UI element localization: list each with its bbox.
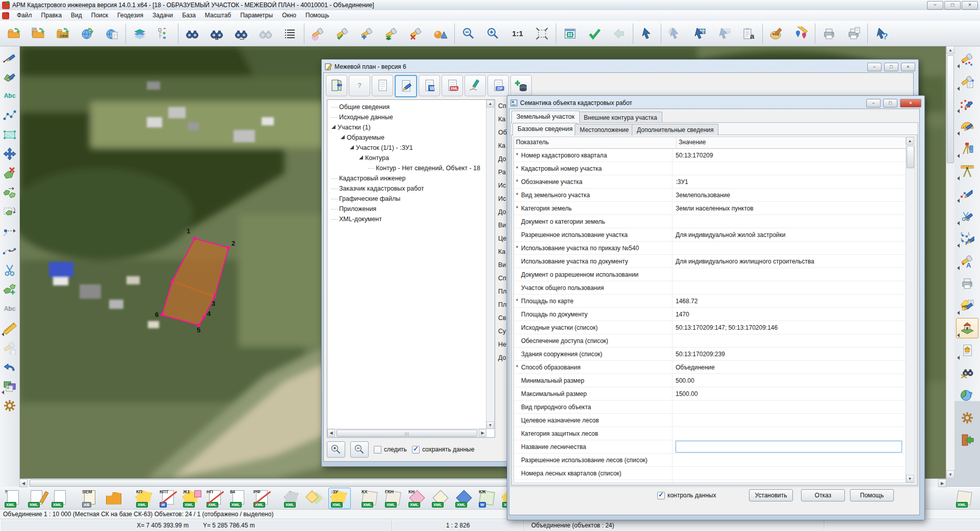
tree-item[interactable]: Приложения (328, 204, 485, 214)
semantics-row[interactable]: Разрешенное использование участкаДля инд… (514, 228, 906, 242)
measure-route-button[interactable] (789, 22, 813, 45)
statistics-help-button[interactable]: ? (956, 385, 978, 406)
rotate-object-button[interactable] (1, 203, 19, 221)
cut-object-button[interactable] (1, 261, 19, 279)
menu-item-База[interactable]: База (177, 10, 200, 21)
semantics-row[interactable]: Исходные участки (список)50:13:170209:14… (514, 321, 906, 334)
polygon-export-button[interactable]: XML (281, 488, 304, 509)
export-zip-button[interactable]: ZIP (487, 75, 509, 96)
gkn-export-button[interactable]: ГКНXML (382, 488, 405, 509)
edit-document-button[interactable] (395, 75, 417, 97)
style-palette-button[interactable] (764, 22, 789, 45)
highlight-copy-button[interactable] (1, 338, 19, 357)
semantics-row[interactable]: Обеспечение доступа (список) (514, 334, 906, 348)
scroll-up-arrow[interactable]: ▲ (946, 46, 955, 54)
import-house-folder-button[interactable] (103, 488, 125, 509)
row-value[interactable]: Землепользование (672, 189, 906, 201)
semantics-row[interactable]: Участок общего пользования (514, 281, 906, 295)
subtab-additional-info[interactable]: Дополнительные сведения (632, 124, 718, 136)
menu-item-Помощь[interactable]: Помощь (301, 10, 333, 21)
select-in-table-button[interactable] (687, 22, 712, 45)
highlight-contour-button[interactable] (306, 22, 330, 45)
tree-item[interactable]: Исходные данные (328, 112, 485, 122)
select-cursor-button[interactable] (635, 22, 659, 45)
move-object-button[interactable] (1, 145, 19, 163)
survey-station-button[interactable] (956, 139, 978, 159)
semantics-row[interactable]: *Площадь по карте1468.72 (514, 295, 906, 308)
highlight-add-button[interactable] (355, 22, 379, 45)
semantics-row[interactable]: *Кадастровый номер участка (514, 162, 906, 175)
layers-stack-button[interactable] (305, 488, 327, 509)
row-value[interactable] (672, 440, 906, 453)
np-cadastral-work-button[interactable]: НП (956, 296, 978, 316)
import-from-host-button[interactable] (26, 22, 50, 45)
draw-polyline-button[interactable] (1, 106, 19, 124)
kx-export-button[interactable]: КХXML (359, 488, 381, 509)
zoom-out-button[interactable] (456, 22, 481, 45)
parcel-house-button[interactable] (956, 318, 978, 338)
semantics-row[interactable]: *Номер кадастрового квартала50:13:170209 (514, 149, 906, 162)
tree-zoom-in-button[interactable] (327, 441, 345, 458)
tree-item[interactable]: Общие сведения (328, 102, 485, 112)
highlight-layers-button[interactable] (379, 22, 404, 45)
subtab-location[interactable]: Местоположение (575, 124, 634, 136)
open-project-button[interactable] (2, 22, 26, 45)
data-control-checkbox[interactable]: контроль данных (657, 492, 716, 499)
kzh-export-button[interactable]: КЖW (476, 488, 499, 509)
row-value[interactable] (672, 467, 906, 480)
menu-item-Поиск[interactable]: Поиск (87, 10, 113, 21)
app-settings-button[interactable] (956, 408, 978, 428)
layers-button[interactable] (127, 22, 152, 45)
semantics-row[interactable]: Документ о разрешенном использовании (514, 268, 906, 281)
geoportal-report-button[interactable] (99, 22, 124, 45)
row-value[interactable] (672, 427, 906, 440)
semantics-row[interactable]: *Категория земельЗемли населенных пункто… (514, 202, 906, 215)
kpt-import-button[interactable]: КПТW (157, 488, 179, 509)
semantics-close-button[interactable]: × (900, 99, 921, 108)
semantics-row[interactable]: Разрешенное использование лесов (список) (514, 454, 906, 467)
save-data-checkbox[interactable]: сохранять данные (412, 446, 474, 454)
draw-parcel-ring-button[interactable] (956, 94, 978, 114)
menu-item-Файл[interactable]: Файл (12, 10, 37, 21)
tree-item[interactable]: Участок (1/1) - :ЗУ1 (328, 143, 485, 153)
draw-contour-button[interactable] (1, 67, 19, 86)
map-settings-button[interactable] (1, 396, 19, 415)
semantics-row[interactable]: Здания сооружения (список)50:13:170209:2… (514, 348, 906, 361)
xml-object-report-button[interactable]: XML (25, 488, 48, 509)
tree-zoom-out-button[interactable] (350, 441, 369, 458)
text-style-button[interactable]: Abc (1, 300, 19, 318)
form84-import-button[interactable]: 84XML (227, 488, 250, 509)
merge-objects-button[interactable] (1, 280, 19, 299)
semantics-dialog-titlebar[interactable]: Семантика объекта кадастровых работ − □ … (509, 97, 923, 109)
search-geodesy-button[interactable] (956, 363, 978, 383)
select-rect-button[interactable] (1, 125, 19, 144)
highlight-apply-button[interactable] (330, 22, 355, 45)
view-document-button[interactable] (372, 75, 393, 96)
row-value[interactable]: Земли населенных пунктов (672, 202, 906, 215)
forestry-name-input[interactable] (676, 441, 902, 453)
zh-od-import-button[interactable]: Ж1XML (180, 488, 203, 509)
tree-item[interactable]: Контура (328, 153, 485, 163)
tree-item[interactable]: Кадастровый инженер (328, 173, 485, 183)
np-import-button[interactable]: НПXML (204, 488, 226, 509)
scheme-export-button[interactable]: XML (429, 488, 452, 509)
semantics-row[interactable]: Целевое назначение лесов (514, 414, 906, 427)
row-value[interactable] (672, 454, 906, 466)
highlight-clear-button[interactable] (404, 22, 428, 45)
row-value[interactable] (672, 414, 906, 427)
raster-images-button[interactable] (1, 377, 19, 395)
zoom-in-button[interactable] (481, 22, 505, 45)
row-value[interactable]: 1500.00 (672, 387, 906, 400)
semantics-maximize-button[interactable]: □ (883, 99, 897, 108)
tree-item[interactable]: Участки (1) (328, 122, 485, 132)
draw-line-button[interactable] (1, 48, 19, 66)
export-word-button[interactable]: W (419, 75, 440, 96)
go-back-button[interactable] (607, 22, 631, 45)
data-control-checkbox-box[interactable] (657, 492, 665, 499)
semantics-row[interactable]: Номера лесотаксационных выделов (список) (514, 480, 906, 483)
semantics-row[interactable]: Номера лесных кварталов (список) (514, 467, 906, 480)
search-advanced-button[interactable]: ... (229, 22, 253, 45)
number-points-button[interactable]: 2134ABC (956, 228, 978, 249)
subtab-basic-info[interactable]: Базовые сведения (512, 123, 578, 136)
plan-minimize-button[interactable]: − (867, 63, 882, 71)
